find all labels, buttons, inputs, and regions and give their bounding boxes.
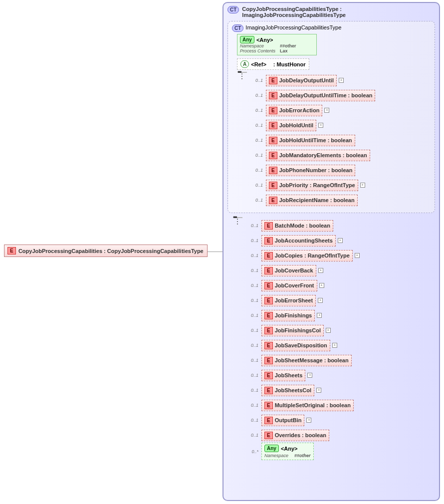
node-label: JobCoverBack <box>275 267 313 273</box>
expand-icon[interactable]: + <box>318 268 323 273</box>
e-badge-icon: E <box>264 357 273 364</box>
expand-icon[interactable]: + <box>318 123 323 128</box>
child-row: 0..1EJobDelayOutputUntil+ <box>252 73 431 88</box>
element-node[interactable]: EOutputBin <box>261 415 304 426</box>
cardinality-label: 0..1 <box>247 358 258 363</box>
connector-line <box>208 252 222 252</box>
child-row: 0..1EJobErrorAction+ <box>252 103 431 118</box>
node-label: JobFinishings <box>275 312 312 318</box>
element-node[interactable]: EJobCoverBack <box>261 265 316 276</box>
child-row: 0..1EJobSaveDisposition+ <box>247 338 435 353</box>
element-node[interactable]: EJobAccountingSheets <box>261 235 336 247</box>
expand-icon[interactable]: + <box>324 108 329 113</box>
root-element: E CopyJobProcessingCapabilities : CopyJo… <box>4 245 208 257</box>
child-row: 0..1EJobHoldUntilTime : boolean <box>252 133 431 148</box>
any-child-node: Any<Any>Namespace##other <box>261 443 314 460</box>
cardinality-label: 0..1 <box>247 298 258 303</box>
element-node[interactable]: EJobSheets <box>261 370 305 381</box>
any-label: <Any> <box>256 37 273 43</box>
outer-ct-base: ImagingJobProcessingCapabilitiesType <box>242 12 346 18</box>
expand-icon[interactable]: + <box>338 238 343 243</box>
expand-icon[interactable]: + <box>307 373 312 378</box>
expand-icon[interactable]: + <box>319 283 324 288</box>
ref-target: : MustHonor <box>273 61 306 67</box>
element-node[interactable]: EJobSaveDisposition <box>261 340 330 351</box>
child-row: 0..1EJobAccountingSheets+ <box>247 233 435 248</box>
sequence-icon: ••• <box>240 72 247 73</box>
cardinality-label: 0..1 <box>247 343 258 348</box>
e-badge-icon: E <box>264 372 273 379</box>
e-badge-icon: E <box>264 237 273 245</box>
node-label: JobHoldUntilTime : boolean <box>279 137 352 143</box>
outer-children-list: 0..1EBatchMode : boolean0..1EJobAccounti… <box>247 217 435 460</box>
expand-icon[interactable]: + <box>306 418 311 423</box>
e-badge-icon: E <box>264 327 273 334</box>
any-badge-icon: Any <box>264 445 279 452</box>
element-node[interactable]: EJobMandatoryElements : boolean <box>266 150 370 161</box>
expand-icon[interactable]: + <box>360 183 365 188</box>
child-row: 0..1EJobPhoneNumber : boolean <box>252 163 431 178</box>
cardinality-label: 0..1 <box>252 78 263 83</box>
outer-complex-type: CT CopyJobProcessingCapabilitiesType : I… <box>222 2 440 501</box>
e-badge-icon: E <box>269 122 277 129</box>
element-node[interactable]: EOverrides : boolean <box>261 430 329 441</box>
ct-badge-icon: CT <box>232 24 243 32</box>
cardinality-label: 0..1 <box>247 223 258 228</box>
cardinality-label: 0..1 <box>247 418 258 423</box>
node-label: JobRecipientName : boolean <box>279 197 355 203</box>
element-node[interactable]: EJobPriority : RangeOfIntType <box>266 180 358 191</box>
element-node[interactable]: EJobFinishingsCol <box>261 325 324 336</box>
element-node[interactable]: EJobSheetMessage : boolean <box>261 355 352 366</box>
node-label: OutputBin <box>275 417 302 423</box>
child-row: 0..1EJobSheetMessage : boolean <box>247 353 435 368</box>
element-node[interactable]: EJobPhoneNumber : boolean <box>266 165 355 176</box>
e-badge-icon: E <box>269 107 277 114</box>
cardinality-label: 0..1 <box>247 238 258 243</box>
inner-children-list: 0..1EJobDelayOutputUntil+0..1EJobDelayOu… <box>252 72 431 208</box>
cardinality-label: 0..1 <box>247 403 258 408</box>
expand-icon[interactable]: + <box>332 343 337 348</box>
attribute-ref: A <Ref> : MustHonor <box>237 58 309 70</box>
inner-ct-name: ImagingJobProcessingCapabilitiesType <box>245 24 341 30</box>
element-node[interactable]: EJobHoldUntil <box>266 120 316 131</box>
element-node[interactable]: EBatchMode : boolean <box>261 220 333 232</box>
child-row: 0..1EJobErrorSheet+ <box>247 293 435 308</box>
element-node[interactable]: EJobFinishings <box>261 310 315 321</box>
cardinality-label: 0..1 <box>252 168 263 173</box>
expand-icon[interactable]: + <box>318 298 323 303</box>
element-node[interactable]: EJobCoverFront <box>261 280 317 291</box>
expand-icon[interactable]: + <box>316 388 321 393</box>
child-row: 0..1EJobPriority : RangeOfIntType+ <box>252 178 431 193</box>
expand-icon[interactable]: + <box>317 313 322 318</box>
e-badge-icon: E <box>264 252 273 259</box>
element-node[interactable]: EJobCopies : RangeOfIntType <box>261 250 353 261</box>
expand-icon[interactable]: + <box>326 328 331 333</box>
cardinality-label: 0..1 <box>247 268 258 273</box>
any-badge-icon: Any <box>240 36 254 43</box>
child-row: 0..1EJobSheets+ <box>247 368 435 383</box>
element-node[interactable]: EJobDelayOutputUntilTime : boolean <box>266 90 375 101</box>
e-badge-icon: E <box>264 342 273 349</box>
element-node[interactable]: EJobSheetsCol <box>261 385 314 396</box>
any-pc-key: Process Contents <box>240 48 280 53</box>
element-node[interactable]: EJobErrorSheet <box>261 295 316 306</box>
cardinality-label: 0..1 <box>247 433 258 438</box>
child-row: 0..1EJobRecipientName : boolean <box>252 193 431 208</box>
element-node[interactable]: EJobErrorAction <box>266 105 322 116</box>
child-row: 0..1EJobCoverBack+ <box>247 263 435 278</box>
e-badge-icon: E <box>269 152 277 159</box>
element-node[interactable]: EJobRecipientName : boolean <box>266 195 358 206</box>
expand-icon[interactable]: + <box>355 253 360 258</box>
node-label: JobDelayOutputUntil <box>279 77 334 83</box>
node-label: JobSaveDisposition <box>275 342 327 348</box>
element-node[interactable]: EMultipleSetOriginal : boolean <box>261 400 354 411</box>
element-node[interactable]: EJobHoldUntilTime : boolean <box>266 135 355 146</box>
e-badge-icon: E <box>264 387 273 394</box>
element-node[interactable]: EJobDelayOutputUntil <box>266 75 337 86</box>
child-row: 0..1EOutputBin+ <box>247 413 435 428</box>
node-label: JobCopies : RangeOfIntType <box>275 252 350 258</box>
expand-icon[interactable]: + <box>339 78 344 83</box>
child-row: 0..1EJobHoldUntil+ <box>252 118 431 133</box>
e-badge-icon: E <box>269 92 277 99</box>
cardinality-label: 0..1 <box>247 283 258 288</box>
